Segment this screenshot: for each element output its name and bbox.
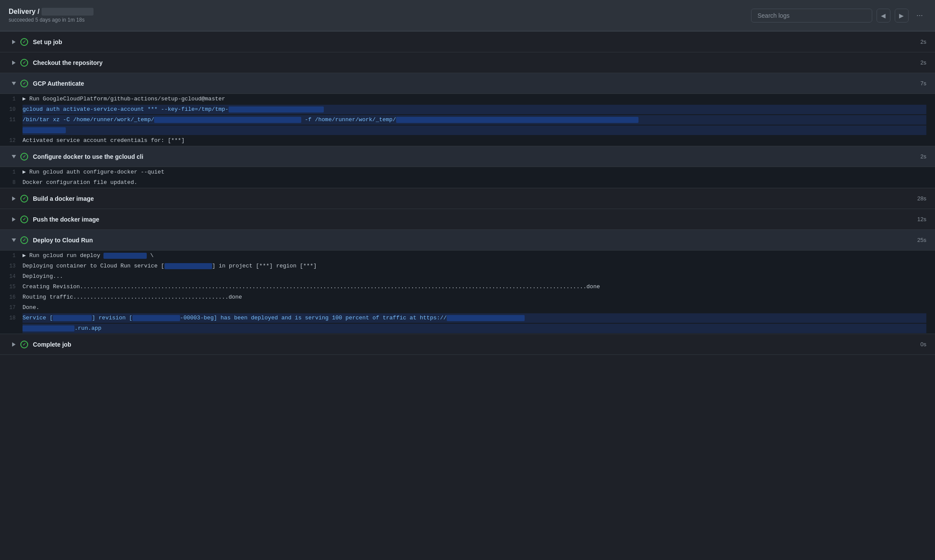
- step-toggle-gcp-auth[interactable]: [9, 82, 19, 85]
- log-line-docker-8: 8 Docker configuration file updated.: [0, 177, 935, 188]
- step-expanded-configure-docker: Configure docker to use the gcloud cli 2…: [0, 146, 935, 188]
- title-redacted: [42, 8, 94, 16]
- log-line-gcp-1: 1 ▶ Run GoogleCloudPlatform/github-actio…: [0, 94, 935, 104]
- step-duration-push-docker: 12s: [917, 216, 926, 222]
- step-check-complete-job: [19, 341, 29, 348]
- success-icon-gcp-auth: [20, 80, 28, 87]
- line-num-dep15: 15: [0, 282, 23, 292]
- success-icon-setup-job: [20, 38, 28, 46]
- line-content-dep13: Deploying container to Cloud Run service…: [23, 261, 926, 271]
- step-row-build-docker[interactable]: Build a docker image 28s: [0, 188, 935, 209]
- nav-next-button[interactable]: ▶: [895, 9, 909, 23]
- step-row-setup-job[interactable]: Set up job 2s: [0, 32, 935, 52]
- line-num-dep17: 17: [0, 303, 23, 312]
- line-num-dep14: 14: [0, 272, 23, 281]
- step-row-complete-job[interactable]: Complete job 0s: [0, 334, 935, 355]
- log-line-gcp-12: 12 Activated service account credentials…: [0, 135, 935, 146]
- line-num-11: 11: [0, 115, 23, 125]
- nav-prev-button[interactable]: ◀: [877, 9, 890, 23]
- line-content-dep15: Creating Revision.......................…: [23, 282, 926, 292]
- line-num-d8: 8: [0, 178, 23, 187]
- line-num-dep1: 1: [0, 251, 23, 261]
- line-num-1: 1: [0, 94, 23, 104]
- line-content-12: Activated service account credentials fo…: [23, 136, 926, 145]
- collapse-icon-setup-job: [12, 40, 16, 44]
- step-duration-deploy: 25s: [917, 237, 926, 243]
- line-num-d1: 1: [0, 167, 23, 177]
- header-right: ◀ ▶ ···: [751, 9, 926, 23]
- step-row-checkout[interactable]: Checkout the repository 2s: [0, 52, 935, 73]
- step-expanded-deploy: Deploy to Cloud Run 25s 1 ▶ Run gcloud r…: [0, 230, 935, 334]
- step-name-checkout: Checkout the repository: [33, 59, 920, 66]
- line-content-dep1: ▶ Run gcloud run deploy \: [23, 251, 926, 261]
- log-line-deploy-1: 1 ▶ Run gcloud run deploy \: [0, 251, 935, 261]
- step-duration-build-docker: 28s: [917, 195, 926, 202]
- step-toggle-push-docker[interactable]: [9, 217, 19, 222]
- line-content-dep14: Deploying...: [23, 272, 926, 281]
- log-lines-configure-docker: 1 ▶ Run gcloud auth configure-docker --q…: [0, 167, 935, 188]
- log-lines-deploy: 1 ▶ Run gcloud run deploy \ 13 Deploying…: [0, 251, 935, 334]
- log-lines-gcp-auth: 1 ▶ Run GoogleCloudPlatform/github-actio…: [0, 94, 935, 146]
- log-line-deploy-14: 14 Deploying...: [0, 271, 935, 282]
- log-line-gcp-10: 10 gcloud auth activate-service-account …: [0, 104, 935, 115]
- step-duration-gcp-auth: 7s: [920, 80, 926, 87]
- step-toggle-build-docker[interactable]: [9, 196, 19, 201]
- search-input[interactable]: [751, 9, 872, 23]
- header: Delivery / succeeded 5 days ago in 1m 18…: [0, 0, 935, 31]
- line-content-10: gcloud auth activate-service-account ***…: [23, 105, 926, 114]
- step-toggle-configure-docker[interactable]: [9, 155, 19, 158]
- step-name-configure-docker: Configure docker to use the gcloud cli: [33, 153, 920, 160]
- steps-container: Set up job 2s Checkout the repository 2s…: [0, 32, 935, 355]
- step-row-deploy[interactable]: Deploy to Cloud Run 25s: [0, 230, 935, 251]
- step-check-checkout: [19, 59, 29, 67]
- line-content-dep17: Done.: [23, 303, 926, 312]
- log-line-deploy-17: 17 Done.: [0, 303, 935, 313]
- line-content-dep18-cont: .run.app: [23, 324, 926, 333]
- line-num-dep13: 13: [0, 261, 23, 271]
- line-content-dep18: Service [] revision [-00003-beg] has bee…: [23, 313, 926, 323]
- header-left: Delivery / succeeded 5 days ago in 1m 18…: [9, 8, 94, 23]
- step-check-build-docker: [19, 195, 29, 203]
- expand-icon-configure-docker: [12, 155, 16, 158]
- line-num-dep18: 18: [0, 313, 23, 323]
- header-subtitle: succeeded 5 days ago in 1m 18s: [9, 17, 94, 23]
- step-check-deploy: [19, 236, 29, 244]
- step-duration-setup-job: 2s: [920, 39, 926, 45]
- line-content-1: ▶ Run GoogleCloudPlatform/github-actions…: [23, 94, 926, 104]
- line-content-11-cont: [23, 126, 926, 135]
- line-content-dep16: Routing traffic.........................…: [23, 293, 926, 302]
- step-row-push-docker[interactable]: Push the docker image 12s: [0, 209, 935, 230]
- step-row-configure-docker[interactable]: Configure docker to use the gcloud cli 2…: [0, 146, 935, 167]
- step-row-gcp-auth[interactable]: GCP Authenticate 7s: [0, 73, 935, 94]
- log-line-deploy-15: 15 Creating Revision....................…: [0, 282, 935, 292]
- log-line-gcp-11-cont: [0, 125, 935, 135]
- log-line-deploy-18: 18 Service [] revision [-00003-beg] has …: [0, 313, 935, 323]
- success-icon-build-docker: [20, 195, 28, 203]
- line-num-10: 10: [0, 105, 23, 114]
- step-name-deploy: Deploy to Cloud Run: [33, 237, 917, 244]
- title-prefix: Delivery /: [9, 8, 39, 15]
- log-line-deploy-13: 13 Deploying container to Cloud Run serv…: [0, 261, 935, 271]
- collapse-icon-checkout: [12, 61, 16, 65]
- log-line-deploy-16: 16 Routing traffic......................…: [0, 292, 935, 303]
- step-toggle-complete-job[interactable]: [9, 342, 19, 347]
- line-num-12: 12: [0, 136, 23, 145]
- more-options-button[interactable]: ···: [913, 9, 926, 22]
- collapse-icon-complete-job: [12, 342, 16, 347]
- step-toggle-checkout[interactable]: [9, 61, 19, 65]
- success-icon-checkout: [20, 59, 28, 67]
- step-check-setup-job: [19, 38, 29, 46]
- step-duration-complete-job: 0s: [920, 341, 926, 348]
- step-toggle-setup-job[interactable]: [9, 40, 19, 44]
- step-name-gcp-auth: GCP Authenticate: [33, 80, 920, 87]
- step-toggle-deploy[interactable]: [9, 238, 19, 242]
- expand-icon-deploy: [12, 238, 16, 242]
- step-name-complete-job: Complete job: [33, 341, 920, 348]
- log-line-gcp-11: 11 /bin/tar xz -C /home/runner/work/_tem…: [0, 115, 935, 125]
- line-content-d8: Docker configuration file updated.: [23, 178, 926, 187]
- success-icon-push-docker: [20, 216, 28, 223]
- header-title: Delivery /: [9, 8, 94, 16]
- step-expanded-gcp-auth: GCP Authenticate 7s 1 ▶ Run GoogleCloudP…: [0, 73, 935, 146]
- step-duration-checkout: 2s: [920, 59, 926, 66]
- expand-icon-gcp-auth: [12, 82, 16, 85]
